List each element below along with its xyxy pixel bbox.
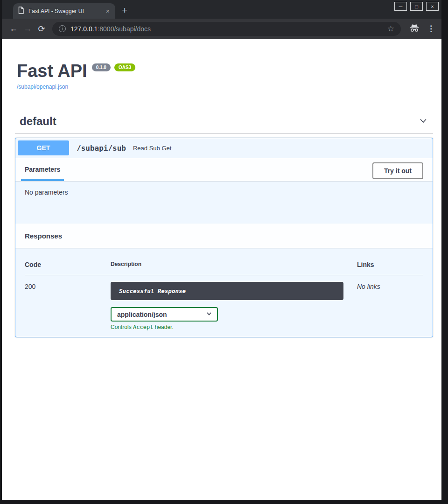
responses-header: Responses bbox=[15, 224, 433, 248]
page-favicon-icon bbox=[18, 7, 24, 16]
url-path: :8000/subapi/docs bbox=[98, 25, 151, 33]
responses-title: Responses bbox=[25, 232, 62, 240]
tab-parameters[interactable]: Parameters bbox=[25, 166, 60, 173]
http-method-badge: GET bbox=[18, 140, 69, 155]
openapi-spec-link[interactable]: /subapi/openapi.json bbox=[17, 84, 68, 90]
tag-name: default bbox=[20, 115, 56, 128]
no-parameters-text: No parameters bbox=[15, 181, 433, 224]
col-description: Description bbox=[111, 261, 357, 268]
tab-title: Fast API - Swagger UI bbox=[28, 8, 101, 14]
swagger-page: Fast API 0.1.0 OAS3 /subapi/openapi.json… bbox=[2, 39, 441, 500]
incognito-icon bbox=[409, 24, 420, 34]
new-tab-button[interactable]: + bbox=[122, 5, 127, 15]
select-chevron-down-icon bbox=[206, 310, 212, 318]
responses-table: Code Description Links 200 Successful Re… bbox=[15, 248, 433, 337]
active-tab-underline bbox=[21, 179, 64, 181]
maximize-button[interactable]: □ bbox=[410, 2, 423, 11]
forward-icon[interactable]: → bbox=[21, 24, 35, 34]
opblock-get-subapi-sub: GET /subapi/sub Read Sub Get Parameters … bbox=[15, 138, 433, 337]
operation-summary[interactable]: GET /subapi/sub Read Sub Get bbox=[15, 138, 433, 158]
chevron-down-icon[interactable] bbox=[418, 115, 428, 127]
version-badge: 0.1.0 bbox=[92, 63, 111, 71]
url-host: 127.0.0.1 bbox=[70, 25, 98, 33]
api-info: Fast API 0.1.0 OAS3 /subapi/openapi.json bbox=[15, 62, 433, 91]
tab-bar: Fast API - Swagger UI × + ─ □ × bbox=[2, 0, 441, 19]
response-description-cell: Successful Response application/json Con… bbox=[111, 282, 357, 330]
browser-tab[interactable]: Fast API - Swagger UI × bbox=[13, 3, 115, 19]
browser-menu-icon[interactable]: ⋮ bbox=[427, 24, 435, 34]
reload-icon[interactable]: ⟳ bbox=[35, 24, 49, 34]
close-button[interactable]: × bbox=[426, 2, 439, 11]
col-code: Code bbox=[25, 261, 111, 268]
response-links: No links bbox=[357, 282, 423, 330]
tag-section-header[interactable]: default bbox=[15, 115, 433, 134]
col-links: Links bbox=[357, 261, 423, 268]
site-info-icon[interactable]: i bbox=[59, 25, 66, 32]
minimize-button[interactable]: ─ bbox=[394, 2, 407, 11]
media-type-select[interactable]: application/json bbox=[111, 307, 218, 322]
back-icon[interactable]: ← bbox=[7, 24, 21, 34]
window-controls: ─ □ × bbox=[394, 2, 439, 11]
media-type-value: application/json bbox=[117, 311, 167, 318]
operation-summary-text: Read Sub Get bbox=[133, 145, 171, 152]
url-bar[interactable]: i 127.0.0.1 :8000/subapi/docs ☆ bbox=[52, 22, 401, 36]
operation-path: /subapi/sub bbox=[77, 144, 126, 153]
parameters-header: Parameters Try it out bbox=[15, 158, 433, 181]
response-row-200: 200 Successful Response application/json… bbox=[25, 275, 423, 330]
response-description: Successful Response bbox=[111, 282, 343, 300]
bookmark-star-icon[interactable]: ☆ bbox=[387, 24, 394, 34]
accept-header-code: Accept bbox=[133, 324, 153, 330]
api-title: Fast API bbox=[17, 62, 87, 80]
response-code: 200 bbox=[25, 282, 111, 330]
browser-toolbar: ← → ⟳ i 127.0.0.1 :8000/subapi/docs ☆ ⋮ bbox=[2, 19, 441, 39]
browser-window: Fast API - Swagger UI × + ─ □ × ← → ⟳ i … bbox=[2, 0, 441, 500]
tab-close-icon[interactable]: × bbox=[105, 8, 111, 14]
try-it-out-button[interactable]: Try it out bbox=[372, 162, 423, 179]
responses-table-header: Code Description Links bbox=[25, 261, 423, 275]
controls-accept-note: Controls Accept header. bbox=[111, 324, 357, 330]
oas-badge: OAS3 bbox=[114, 63, 135, 71]
api-badges: 0.1.0 OAS3 bbox=[92, 63, 135, 71]
